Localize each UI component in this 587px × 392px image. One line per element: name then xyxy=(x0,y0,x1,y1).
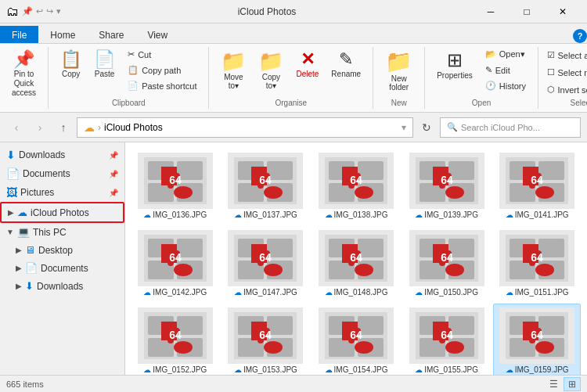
sidebar-item-documents2[interactable]: ▶ 📄 Documents xyxy=(0,259,124,277)
file-name-label: ☁IMG_0155.JPG xyxy=(415,365,478,374)
move-to-button[interactable]: 📁 Moveto▾ xyxy=(215,47,251,94)
file-item-img137[interactable]: 64 ☁IMG_0137.JPG xyxy=(222,149,310,223)
file-item-img141[interactable]: 64 ☁IMG_0141.JPG xyxy=(493,149,581,223)
file-item-img147[interactable]: 64 ☁IMG_0147.JPG xyxy=(222,226,310,300)
refresh-button[interactable]: ↻ xyxy=(416,117,437,138)
open-dropdown-button[interactable]: 📂 Open▾ xyxy=(480,47,531,62)
file-item-img138[interactable]: 64 ☁IMG_0138.JPG xyxy=(312,149,400,223)
search-icon: 🔍 xyxy=(447,122,458,132)
file-item-img155[interactable]: 64 ☁IMG_0155.JPG xyxy=(403,304,491,375)
file-item-img148[interactable]: 64 ☁IMG_0148.JPG xyxy=(312,226,400,300)
minimize-button[interactable]: ─ xyxy=(473,0,509,23)
invert-selection-button[interactable]: ⬡ Invert selection xyxy=(542,81,588,98)
file-item-img150[interactable]: 64 ☁IMG_0150.JPG xyxy=(403,226,491,300)
svg-point-103 xyxy=(535,341,554,354)
svg-text:64: 64 xyxy=(350,329,362,341)
sidebar-item-downloads2[interactable]: ▶ ⬇ Downloads xyxy=(0,277,124,295)
svg-point-89 xyxy=(355,341,373,354)
file-name-label: ☁IMG_0142.JPG xyxy=(143,288,207,297)
sidebar-label-desktop: Desktop xyxy=(38,245,73,256)
history-label: History xyxy=(499,81,526,91)
sidebar-item-desktop[interactable]: ▶ 🖥 Desktop xyxy=(0,241,124,259)
paste-button[interactable]: 📄 Paste xyxy=(88,47,121,82)
cloud-sync-icon: ☁ xyxy=(325,288,333,297)
paste-label: Paste xyxy=(95,70,115,78)
new-folder-button[interactable]: 📁 Newfolder xyxy=(380,47,418,95)
cut-icon: ✂ xyxy=(128,49,135,59)
maximize-button[interactable]: □ xyxy=(509,0,545,23)
help-button[interactable]: ? xyxy=(573,29,587,43)
svg-point-61 xyxy=(445,264,464,276)
copy-icon: 📋 xyxy=(60,51,81,68)
file-thumbnail: 64 xyxy=(499,307,574,364)
file-item-img142[interactable]: 64 ☁IMG_0142.JPG xyxy=(131,226,219,300)
up-button[interactable]: ↑ xyxy=(53,117,74,138)
sidebar-item-pictures[interactable]: 🖼 Pictures 📌 xyxy=(0,183,124,202)
sidebar-item-this-pc[interactable]: ▼ 💻 This PC xyxy=(0,223,124,241)
file-item-img153[interactable]: 64 ☁IMG_0153.JPG xyxy=(222,304,310,375)
file-name-label: ☁IMG_0159.JPG xyxy=(506,365,569,374)
svg-point-75 xyxy=(174,341,193,354)
copy-to-button[interactable]: 📁 Copyto▾ xyxy=(253,47,289,94)
sidebar-item-icloud-photos[interactable]: ▶ ☁ iCloud Photos xyxy=(0,202,124,223)
cloud-sync-icon: ☁ xyxy=(415,210,423,219)
open-label: Open▾ xyxy=(499,49,525,59)
ribbon: 📌 Pin to Quick access 📋 Copy 📄 Paste ✂ C… xyxy=(0,44,587,113)
cloud-sync-icon: ☁ xyxy=(234,288,242,297)
delete-button[interactable]: ✕ Delete xyxy=(290,47,324,82)
title-bar: 🗂 📌 ↩ ↪ ▾ iCloud Photos ─ □ ✕ xyxy=(0,0,587,23)
copy-path-icon: 📋 xyxy=(128,65,139,75)
history-button[interactable]: 🕐 History xyxy=(480,78,531,93)
file-item-img159[interactable]: 64 ☁IMG_0159.JPG xyxy=(493,304,581,375)
select-all-button[interactable]: ☑ Select all xyxy=(542,47,588,63)
paste-shortcut-button[interactable]: 📄 Paste shortcut xyxy=(122,78,202,93)
cut-button[interactable]: ✂ Cut xyxy=(122,47,202,62)
rename-button[interactable]: ✎ Rename xyxy=(326,47,366,82)
tab-share[interactable]: Share xyxy=(87,26,135,43)
file-item-img136[interactable]: 64 ☁IMG_0136.JPG xyxy=(131,149,219,223)
svg-text:64: 64 xyxy=(441,329,453,341)
downloads2-expand-icon: ▶ xyxy=(16,282,22,290)
undo-icon: ↩ xyxy=(36,6,43,16)
copy-path-button[interactable]: 📋 Copy path xyxy=(122,63,202,77)
ribbon-group-pin: 📌 Pin to Quick access xyxy=(0,47,49,109)
file-thumbnail: 64 xyxy=(409,230,484,286)
properties-button[interactable]: ⊞ Properties xyxy=(431,47,478,84)
thumbnail-view-button[interactable]: ⊞ xyxy=(564,377,581,391)
organise-label: Organise xyxy=(209,99,373,107)
file-grid: 64 ☁IMG_0136.JPG 64 ☁IMG_0137.JPG 64 ☁IM… xyxy=(131,149,581,375)
tab-file[interactable]: File xyxy=(0,26,38,43)
rename-icon: ✎ xyxy=(339,51,353,68)
details-view-button[interactable]: ☰ xyxy=(545,377,562,391)
svg-point-47 xyxy=(264,264,283,276)
sidebar-item-documents[interactable]: 📄 Documents 📌 xyxy=(0,164,124,183)
edit-button[interactable]: ✎ Edit xyxy=(480,63,531,77)
select-none-button[interactable]: ☐ Select none xyxy=(542,64,588,81)
file-item-img151[interactable]: 64 ☁IMG_0151.JPG xyxy=(493,226,581,300)
back-button[interactable]: ‹ xyxy=(6,117,27,138)
forward-button[interactable]: › xyxy=(30,117,50,138)
file-item-img152[interactable]: 64 ☁IMG_0152.JPG xyxy=(131,304,219,375)
tab-view[interactable]: View xyxy=(135,26,179,43)
svg-point-33 xyxy=(535,186,554,199)
pin-button[interactable]: 📌 Pin to Quick access xyxy=(6,47,41,102)
svg-text:64: 64 xyxy=(169,251,182,264)
select-none-label: Select none xyxy=(558,68,588,77)
svg-text:64: 64 xyxy=(441,251,453,264)
view-buttons: ☰ ⊞ xyxy=(545,377,581,391)
sidebar-label-icloud: iCloud Photos xyxy=(31,207,89,218)
properties-label: Properties xyxy=(437,71,473,80)
svg-point-82 xyxy=(264,341,283,354)
close-button[interactable]: ✕ xyxy=(545,0,581,23)
sidebar-item-downloads[interactable]: ⬇ Downloads 📌 xyxy=(0,146,124,164)
svg-text:64: 64 xyxy=(441,174,453,186)
icloud-icon: ☁ xyxy=(17,207,27,218)
copy-button[interactable]: 📋 Copy xyxy=(55,47,87,82)
select-all-icon: ☑ xyxy=(547,50,555,60)
svg-text:64: 64 xyxy=(169,329,182,341)
tab-home[interactable]: Home xyxy=(38,26,87,43)
history-icon: 🕐 xyxy=(485,81,496,91)
file-item-img154[interactable]: 64 ☁IMG_0154.JPG xyxy=(312,304,400,375)
file-item-img139[interactable]: 64 ☁IMG_0139.JPG xyxy=(403,149,491,223)
address-path[interactable]: ☁ › iCloud Photos ▾ xyxy=(77,117,413,138)
